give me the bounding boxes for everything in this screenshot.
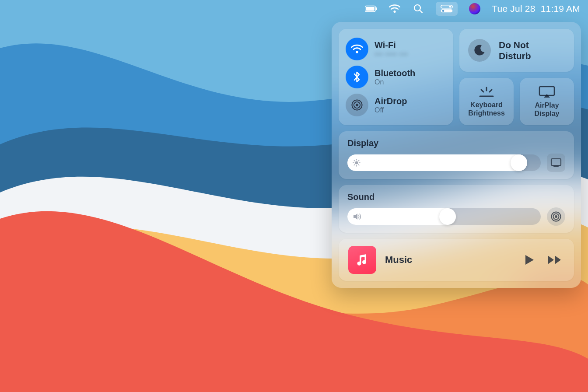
- spotlight-icon[interactable]: [412, 3, 424, 15]
- display-options-button[interactable]: [547, 154, 565, 172]
- ap-line2: Display: [535, 110, 560, 117]
- wifi-toggle[interactable]: Wi-Fi ••• •••• •••: [346, 35, 446, 63]
- sun-icon: [353, 159, 360, 167]
- wifi-menubar-icon[interactable]: [388, 3, 401, 15]
- wifi-icon: [346, 38, 368, 60]
- svg-point-8: [449, 6, 452, 8]
- music-app-icon: [348, 246, 376, 274]
- sound-volume-slider[interactable]: [347, 208, 541, 225]
- battery-icon[interactable]: [365, 3, 377, 15]
- svg-line-27: [354, 164, 355, 165]
- dnd-line2: Disturb: [499, 51, 531, 61]
- sound-output-button[interactable]: [547, 207, 565, 226]
- do-not-disturb-toggle[interactable]: Do Not Disturb: [459, 29, 574, 72]
- bluetooth-icon: [346, 66, 368, 88]
- keyboard-brightness-button[interactable]: Keyboard Brightness: [459, 78, 514, 125]
- airdrop-label: AirDrop: [374, 96, 407, 106]
- airplay-icon: [539, 86, 555, 98]
- menu-bar: Tue Jul 28 11:19 AM: [0, 0, 588, 18]
- display-brightness-slider[interactable]: [347, 154, 541, 171]
- wifi-network-name: ••• •••• •••: [374, 50, 408, 58]
- bluetooth-toggle[interactable]: Bluetooth On: [346, 63, 446, 91]
- sound-card: Sound: [339, 185, 574, 233]
- dnd-line1: Do Not: [499, 40, 529, 50]
- bluetooth-status: On: [374, 78, 415, 86]
- speaker-icon: [353, 213, 361, 220]
- svg-line-26: [358, 164, 359, 165]
- svg-line-28: [358, 160, 359, 161]
- svg-rect-2: [366, 7, 374, 11]
- bluetooth-label: Bluetooth: [374, 68, 415, 78]
- svg-point-4: [394, 10, 396, 13]
- menu-bar-time: 11:19 AM: [541, 4, 580, 14]
- control-center-panel: Wi-Fi ••• •••• ••• Bluetooth On AirDrop …: [332, 22, 581, 288]
- display-card: Display: [339, 131, 574, 179]
- airdrop-toggle[interactable]: AirDrop Off: [346, 91, 446, 119]
- next-track-button[interactable]: [545, 253, 564, 267]
- svg-point-11: [356, 51, 358, 53]
- keyboard-brightness-icon: [478, 86, 495, 98]
- moon-icon: [468, 39, 491, 62]
- sound-label: Sound: [347, 192, 565, 202]
- music-label: Music: [385, 254, 514, 266]
- siri-icon[interactable]: [469, 3, 480, 14]
- control-center-menubar-button[interactable]: [436, 2, 458, 16]
- svg-line-6: [420, 10, 423, 13]
- kb-line2: Brightness: [468, 109, 505, 117]
- wifi-label: Wi-Fi: [374, 40, 408, 50]
- display-label: Display: [347, 138, 565, 148]
- svg-point-31: [555, 215, 557, 218]
- connectivity-card: Wi-Fi ••• •••• ••• Bluetooth On AirDrop …: [339, 29, 453, 125]
- airdrop-icon: [346, 94, 368, 116]
- menu-bar-clock[interactable]: Tue Jul 28 11:19 AM: [492, 4, 580, 14]
- svg-line-18: [490, 90, 492, 92]
- svg-line-25: [354, 160, 355, 161]
- svg-rect-29: [551, 159, 561, 165]
- svg-point-10: [442, 10, 444, 12]
- svg-line-17: [481, 90, 483, 92]
- airdrop-status: Off: [374, 106, 407, 114]
- svg-point-12: [356, 104, 358, 106]
- menu-bar-date: Tue Jul 28: [492, 4, 535, 14]
- play-button[interactable]: [522, 252, 536, 267]
- svg-point-20: [355, 161, 358, 164]
- kb-line1: Keyboard: [470, 101, 503, 108]
- airplay-display-button[interactable]: AirPlay Display: [520, 78, 574, 125]
- now-playing-card[interactable]: Music: [339, 239, 574, 281]
- ap-line1: AirPlay: [535, 102, 559, 109]
- svg-rect-3: [376, 7, 377, 10]
